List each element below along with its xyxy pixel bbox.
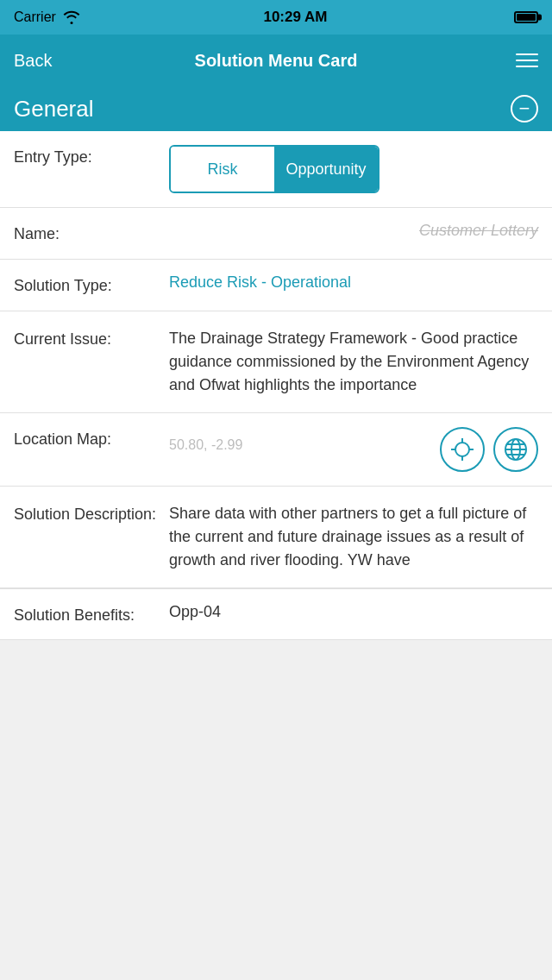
nav-title: Solution Menu Card [195, 51, 358, 71]
section-title: General [14, 96, 94, 122]
solution-benefits-value: Opp-04 [169, 603, 538, 621]
current-issue-label: Current Issue: [14, 327, 169, 349]
entry-type-label: Entry Type: [14, 145, 169, 166]
crosshair-icon [449, 437, 475, 462]
solution-description-value: Share data with other partners to get a … [169, 502, 538, 572]
location-icons [440, 427, 538, 472]
solution-type-label: Solution Type: [14, 273, 169, 295]
solution-benefits-row: Solution Benefits: Opp-04 [0, 588, 552, 640]
name-value: Customer Lottery [169, 222, 538, 240]
location-coordinates: 50.80, -2.99 [169, 427, 431, 453]
section-header: General − [0, 86, 552, 131]
current-issue-row: Current Issue: The Drainage Strategy Fra… [0, 311, 552, 413]
wifi-icon [63, 10, 80, 24]
carrier-label: Carrier [14, 9, 56, 25]
menu-line-2 [516, 60, 538, 61]
location-map-row: Location Map: 50.80, -2.99 [0, 413, 552, 487]
name-label: Name: [14, 222, 169, 243]
status-left: Carrier [14, 9, 80, 25]
nav-bar: Back Solution Menu Card [0, 35, 552, 86]
solution-benefits-label: Solution Benefits: [14, 603, 169, 625]
risk-toggle-button[interactable]: Risk [171, 147, 274, 192]
status-bar: Carrier 10:29 AM [0, 0, 552, 35]
entry-type-toggle[interactable]: Risk Opportunity [169, 145, 380, 193]
globe-button[interactable] [493, 427, 538, 472]
name-row: Name: Customer Lottery [0, 208, 552, 260]
svg-point-0 [455, 443, 469, 456]
menu-line-1 [516, 53, 538, 55]
crosshair-button[interactable] [440, 427, 485, 472]
battery-icon [514, 11, 538, 23]
solution-description-row: Solution Description: Share data with ot… [0, 487, 552, 588]
solution-type-value[interactable]: Reduce Risk - Operational [169, 273, 538, 292]
opportunity-toggle-button[interactable]: Opportunity [274, 147, 378, 192]
hamburger-menu-button[interactable] [516, 53, 538, 67]
back-button[interactable]: Back [14, 51, 52, 71]
menu-line-3 [516, 66, 538, 67]
location-map-label: Location Map: [14, 427, 169, 449]
entry-type-row: Entry Type: Risk Opportunity [0, 131, 552, 208]
globe-icon [503, 437, 529, 462]
status-right [511, 11, 538, 23]
status-time: 10:29 AM [263, 9, 327, 26]
collapse-button[interactable]: − [511, 95, 538, 122]
solution-description-label: Solution Description: [14, 502, 169, 524]
current-issue-value: The Drainage Strategy Framework - Good p… [169, 327, 538, 397]
solution-type-row: Solution Type: Reduce Risk - Operational [0, 260, 552, 311]
content-area: Entry Type: Risk Opportunity Name: Custo… [0, 131, 552, 640]
minus-icon: − [519, 97, 530, 120]
